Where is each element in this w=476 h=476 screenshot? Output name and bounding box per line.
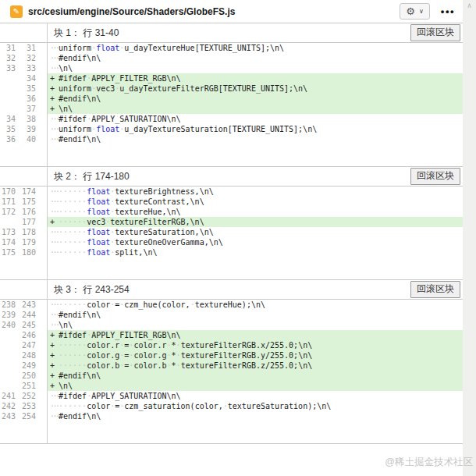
- new-line-number: 243: [16, 300, 36, 310]
- old-line-number: [0, 73, 16, 83]
- code-text: ···\n\: [47, 320, 463, 330]
- diff-line: 3438···#ifdef·APPLY_SATURATION\n\: [0, 114, 463, 124]
- new-line-number: 38: [16, 114, 36, 124]
- old-line-number: 35: [0, 124, 16, 134]
- old-line-number: [0, 340, 16, 350]
- code-text: ·········float·textureContrast,\n\: [47, 197, 463, 207]
- code-text: ···uniform·float·u_dayTextureSaturation[…: [47, 124, 463, 134]
- added-marker: +: [50, 217, 59, 227]
- block-header-main: 块 2： 行 174-180回滚区块: [47, 167, 463, 186]
- chevron-down-icon: ∨: [419, 9, 424, 15]
- code-text: ···#endif\n\: [47, 310, 463, 320]
- header-actions: ⚙ ∨ •••: [400, 3, 458, 20]
- whitespace-marker: ···: [50, 310, 59, 320]
- indent-dots: ······: [59, 208, 87, 216]
- old-line-number: [0, 381, 16, 391]
- new-line-number: 179: [16, 237, 36, 247]
- diff-line: 240245···\n\: [0, 320, 463, 330]
- old-line-number: 34: [0, 114, 16, 124]
- whitespace-marker: ···: [50, 247, 59, 258]
- new-line-number: 32: [16, 53, 36, 63]
- code-text: +uniform·vec3·u_dayTextureFilterRGB[TEXT…: [47, 83, 463, 94]
- new-line-number: 246: [16, 330, 36, 340]
- diff-line: 36+#endif\n\: [0, 94, 463, 104]
- old-line-number: [0, 217, 16, 227]
- new-line-number: 244: [16, 310, 36, 320]
- code-text: +#ifdef·APPLY_FILTER_RGB\n\: [47, 73, 463, 83]
- diff-line: 243254···#endif\n\: [0, 411, 463, 421]
- diff-line: 238243·········color·=·czm_hue(color,·te…: [0, 300, 463, 310]
- old-line-number: 171: [0, 197, 16, 207]
- diff-line: 170174·········float·textureBrightness,\…: [0, 186, 463, 197]
- whitespace-marker: ···: [50, 391, 59, 401]
- old-line-number: [0, 371, 16, 381]
- added-marker: +: [50, 350, 59, 361]
- diff-line: 247+······color.r·=·color.r·*·textureFil…: [0, 340, 463, 350]
- new-line-number: 180: [16, 247, 36, 258]
- code-text: +······color.b·=·color.b·*·textureFilter…: [47, 361, 463, 371]
- whitespace-marker: ···: [50, 207, 59, 217]
- rollback-block-button[interactable]: 回滚区块: [410, 168, 460, 185]
- block-header-main: 块 1： 行 31-40回滚区块: [47, 23, 463, 42]
- old-line-number: 243: [0, 411, 16, 421]
- new-line-number: 253: [16, 401, 36, 411]
- scroll-up-icon[interactable]: ∧: [463, 2, 476, 9]
- indent-dots: ······: [59, 402, 87, 410]
- new-line-number: 176: [16, 207, 36, 217]
- block-header: 块 2： 行 174-180回滚区块: [0, 166, 463, 186]
- new-line-number: 247: [16, 340, 36, 350]
- added-marker: +: [50, 94, 59, 104]
- old-line-number: 31: [0, 43, 16, 53]
- file-header: ✎ src/cesium/engine/Source/Shaders/Globe…: [0, 0, 463, 23]
- code-text: +\n\: [47, 381, 463, 391]
- settings-button[interactable]: ⚙ ∨: [400, 3, 430, 20]
- indent-dots: ······: [59, 248, 87, 257]
- indent-dots: ······: [59, 361, 87, 370]
- new-line-number: 254: [16, 411, 36, 421]
- rollback-block-button[interactable]: 回滚区块: [410, 24, 460, 41]
- old-line-number: 240: [0, 320, 16, 330]
- new-line-number: 36: [16, 94, 36, 104]
- more-button[interactable]: •••: [438, 4, 458, 19]
- block-header: 块 3： 行 243-254回滚区块: [0, 279, 463, 300]
- scrollbar[interactable]: ∧: [463, 0, 476, 476]
- old-line-number: 242: [0, 401, 16, 411]
- code-text: +#endif\n\: [47, 371, 463, 381]
- whitespace-marker: ···: [50, 63, 59, 73]
- block-gap: [0, 258, 463, 279]
- whitespace-marker: ···: [50, 114, 59, 124]
- code-text: ·········float·textureBrightness,\n\: [47, 186, 463, 197]
- diff-line: 248+······color.g·=·color.g·*·textureFil…: [0, 350, 463, 361]
- added-marker: +: [50, 73, 59, 83]
- block-title: 块 1： 行 31-40: [54, 27, 119, 40]
- code-text: ·········color·=·czm_hue(color,·textureH…: [47, 300, 463, 310]
- diff-line: 250+#endif\n\: [0, 371, 463, 381]
- diff-line: 239244···#endif\n\: [0, 310, 463, 320]
- block-header-main: 块 3： 行 243-254回滚区块: [47, 280, 463, 299]
- diff-line: 251+\n\: [0, 381, 463, 391]
- added-marker: +: [50, 361, 59, 371]
- code-text: +······vec3·textureFilterRGB,\n\: [47, 217, 463, 227]
- block-title: 块 3： 行 243-254: [54, 283, 130, 297]
- code-text: +······color.g·=·color.g·*·textureFilter…: [47, 350, 463, 361]
- diff-line: 3333···\n\: [0, 63, 463, 73]
- diff-line: 3640···#endif\n\: [0, 134, 463, 144]
- new-line-number: 252: [16, 391, 36, 401]
- code-text: ···#ifdef·APPLY_SATURATION\n\: [47, 114, 463, 124]
- diff-line: 175180·········float·split,\n\: [0, 247, 463, 258]
- diff-line: 171175·········float·textureContrast,\n\: [0, 197, 463, 207]
- diff-line: 37+\n\: [0, 104, 463, 114]
- diff-line: 242253·········color·=·czm_saturation(co…: [0, 401, 463, 411]
- block-title: 块 2： 行 174-180: [54, 170, 130, 183]
- whitespace-marker: ···: [50, 237, 59, 247]
- diff-area: 块 1： 行 31-40回滚区块3131···uniform·float·u_d…: [0, 23, 463, 444]
- rollback-block-button[interactable]: 回滚区块: [410, 281, 460, 298]
- diff-line: 34+#ifdef·APPLY_FILTER_RGB\n\: [0, 73, 463, 83]
- diff-line: 3539···uniform·float·u_dayTextureSaturat…: [0, 124, 463, 134]
- added-marker: +: [50, 104, 59, 114]
- new-line-number: 35: [16, 83, 36, 94]
- code-text: ···#endif\n\: [47, 411, 463, 421]
- diff-line: 246+#ifdef·APPLY_FILTER_RGB\n\: [0, 330, 463, 340]
- old-line-number: 36: [0, 134, 16, 144]
- added-marker: +: [50, 83, 59, 94]
